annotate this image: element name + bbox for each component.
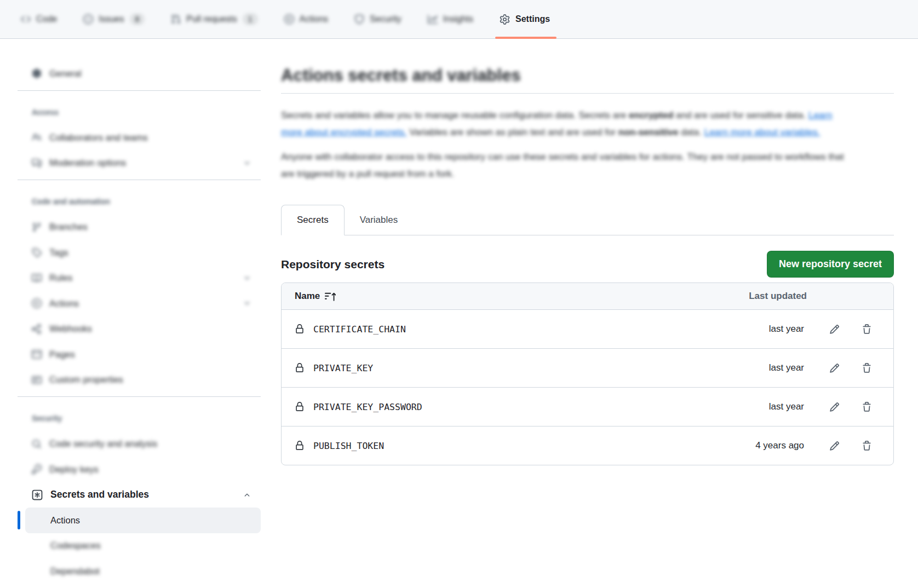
table-header: Name Last updated (282, 283, 893, 309)
learn-more-variables-link[interactable]: Learn more about variables. (704, 127, 821, 137)
lock-icon (295, 363, 305, 373)
description-paragraph-2: Anyone with collaborator access to this … (281, 148, 845, 182)
table-row: PUBLISH_TOKEN 4 years ago (282, 426, 893, 465)
issues-count-badge: 8 (130, 13, 145, 25)
sidebar-item-collaborators[interactable]: Collaborators and teams (18, 125, 261, 151)
play-circle-icon (32, 298, 42, 308)
graph-icon (428, 14, 438, 24)
book-icon (32, 273, 42, 283)
column-label: Name (295, 291, 320, 302)
sidebar-item-moderation-options[interactable]: Moderation options (18, 151, 261, 176)
key-icon (32, 464, 42, 474)
nav-tab-label: Pull requests (186, 14, 237, 24)
secret-name: PRIVATE_KEY (313, 363, 373, 373)
sidebar-subitem-dependabot[interactable]: Dependabot (25, 558, 261, 584)
nav-tab-label: Insights (443, 14, 473, 24)
sidebar-item-label: Collaborators and teams (49, 132, 148, 143)
sidebar-item-label: Moderation options (49, 158, 126, 168)
sidebar-item-pages[interactable]: Pages (18, 342, 261, 367)
table-row: PRIVATE_KEY_PASSWORD last year (282, 387, 893, 426)
edit-secret-button[interactable] (829, 324, 840, 335)
sidebar-item-label: Webhooks (49, 324, 92, 334)
nav-tab-label: Code (36, 14, 57, 24)
edit-secret-button[interactable] (829, 402, 840, 412)
delete-secret-button[interactable] (862, 324, 872, 335)
lock-icon (295, 402, 305, 412)
issue-opened-icon (83, 14, 93, 24)
divider (18, 180, 261, 180)
settings-sidebar: General Access Collaborators and teams M… (18, 61, 261, 588)
sidebar-item-label: Custom properties (49, 374, 123, 385)
nav-tab-settings[interactable]: Settings (490, 0, 560, 38)
divider (281, 93, 894, 94)
nav-tab-issues[interactable]: Issues 8 (73, 0, 154, 38)
sidebar-item-code-security[interactable]: Code security and analysis (18, 431, 261, 457)
nav-tab-pull-requests[interactable]: Pull requests 1 (161, 0, 267, 38)
secret-last-updated: last year (769, 401, 804, 412)
divider (18, 90, 261, 91)
sort-ascending-icon (325, 291, 336, 302)
delete-secret-button[interactable] (862, 363, 872, 373)
sidebar-item-label: Secrets and variables (50, 489, 149, 500)
sidebar-item-secrets-and-variables[interactable]: Secrets and variables (18, 482, 261, 508)
delete-secret-button[interactable] (862, 402, 872, 412)
chevron-down-icon (243, 299, 251, 307)
nav-tab-label: Security (370, 14, 401, 24)
delete-secret-button[interactable] (862, 441, 872, 451)
sidebar-item-webhooks[interactable]: Webhooks (18, 316, 261, 342)
sidebar-item-label: Rules (49, 273, 72, 283)
sidebar-item-label: Actions (49, 298, 79, 309)
sidebar-item-tags[interactable]: Tags (18, 240, 261, 266)
pencil-icon (829, 363, 840, 373)
pencil-icon (829, 402, 840, 412)
pull-requests-count-badge: 1 (243, 13, 258, 25)
chevron-up-icon (243, 491, 251, 499)
tag-icon (32, 247, 42, 257)
repo-tab-bar: Code Issues 8 Pull requests 1 Actions Se… (0, 0, 918, 39)
gear-icon (32, 68, 42, 78)
sidebar-item-rules[interactable]: Rules (18, 266, 261, 291)
search-shield-icon (32, 439, 42, 449)
table-row: PRIVATE_KEY last year (282, 348, 893, 387)
sidebar-item-custom-properties[interactable]: Custom properties (18, 367, 261, 393)
description-bold: encrypted (629, 110, 673, 120)
secret-name: PUBLISH_TOKEN (313, 441, 384, 451)
divider (18, 396, 261, 397)
secret-name: CERTIFICATE_CHAIN (313, 324, 406, 335)
sidebar-item-general[interactable]: General (18, 61, 261, 87)
git-branch-icon (32, 222, 42, 232)
sidebar-section-code-and-automation: Code and automation (18, 189, 261, 215)
nav-tab-actions[interactable]: Actions (274, 0, 338, 38)
sidebar-section-security: Security (18, 406, 261, 431)
secret-last-updated: last year (769, 324, 804, 335)
new-repository-secret-button[interactable]: New repository secret (767, 251, 894, 278)
sidebar-subitem-codespaces[interactable]: Codespaces (25, 533, 261, 559)
nav-tab-label: Settings (515, 14, 550, 24)
sidebar-item-deploy-keys[interactable]: Deploy keys (18, 457, 261, 482)
gear-icon (500, 14, 510, 25)
sidebar-item-label: Codespaces (50, 540, 101, 551)
note-icon (32, 375, 42, 385)
pencil-icon (829, 324, 840, 335)
chevron-down-icon (243, 159, 251, 167)
tab-variables[interactable]: Variables (345, 205, 414, 235)
nav-tab-security[interactable]: Security (345, 0, 411, 38)
edit-secret-button[interactable] (829, 363, 840, 373)
play-circle-icon (284, 14, 294, 24)
sidebar-item-branches[interactable]: Branches (18, 215, 261, 240)
column-header-name[interactable]: Name (295, 291, 336, 302)
tab-secrets[interactable]: Secrets (281, 205, 345, 235)
trash-icon (862, 441, 872, 451)
sidebar-subitem-actions[interactable]: Actions (25, 508, 261, 533)
trash-icon (862, 402, 872, 412)
nav-tab-insights[interactable]: Insights (418, 0, 483, 38)
chevron-down-icon (243, 274, 251, 282)
page-title: Actions secrets and variables (281, 65, 894, 86)
nav-tab-code[interactable]: Code (11, 0, 67, 38)
nav-tab-label: Actions (300, 14, 328, 24)
sidebar-item-actions[interactable]: Actions (18, 291, 261, 316)
repository-secrets-heading: Repository secrets (281, 258, 385, 271)
column-header-last-updated: Last updated (749, 291, 807, 302)
git-pull-request-icon (171, 14, 181, 24)
edit-secret-button[interactable] (829, 441, 840, 451)
